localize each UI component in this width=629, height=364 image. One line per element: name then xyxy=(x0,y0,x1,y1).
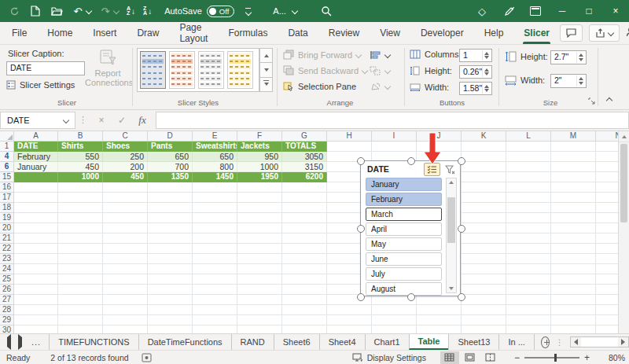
cell-G1[interactable]: TOTALS xyxy=(282,142,327,152)
gallery-down-icon[interactable] xyxy=(259,63,273,77)
cell-G23[interactable] xyxy=(282,254,327,264)
cell-F16[interactable] xyxy=(237,182,282,193)
cell-G4[interactable]: 3050 xyxy=(282,152,327,162)
sheet-tab-rand[interactable]: RAND xyxy=(231,334,274,350)
cell-M30[interactable] xyxy=(551,325,596,333)
undo-icon[interactable]: ↶ xyxy=(71,4,85,18)
display-settings-button[interactable]: Display Settings xyxy=(352,353,426,362)
cell-B25[interactable] xyxy=(58,274,103,285)
cell-L1[interactable] xyxy=(506,142,551,152)
cell-M4[interactable] xyxy=(551,152,596,162)
share-button[interactable] xyxy=(589,24,620,42)
cell-G18[interactable] xyxy=(282,203,327,213)
cell-A26[interactable] xyxy=(14,285,58,295)
scroll-right-icon[interactable] xyxy=(618,337,628,347)
slicer-resize-handle[interactable] xyxy=(357,225,365,233)
cell-L15[interactable] xyxy=(506,172,551,182)
sort-za-icon[interactable]: ZA↓ xyxy=(143,6,152,16)
close-button[interactable]: × xyxy=(602,0,629,22)
cell-B26[interactable] xyxy=(58,285,103,295)
cell-J28[interactable] xyxy=(417,305,462,315)
size-width-input[interactable]: 2" xyxy=(550,74,587,88)
column-header-H[interactable]: H xyxy=(327,131,372,142)
cell-C28[interactable] xyxy=(103,305,148,315)
cell-C18[interactable] xyxy=(103,203,148,213)
cell-G26[interactable] xyxy=(282,285,327,295)
button-width-input[interactable]: 1.58" xyxy=(459,82,492,95)
cell-B29[interactable] xyxy=(58,315,103,325)
cell-L22[interactable] xyxy=(506,244,551,254)
cell-F19[interactable] xyxy=(237,213,282,223)
document-title[interactable]: A... xyxy=(273,6,297,16)
cell-F28[interactable] xyxy=(237,305,282,315)
cancel-icon[interactable]: × xyxy=(93,113,110,127)
cell-K25[interactable] xyxy=(462,274,506,285)
cell-L29[interactable] xyxy=(506,315,551,325)
ribbon-display-options-icon[interactable] xyxy=(522,4,549,18)
cell-D17[interactable] xyxy=(148,193,193,203)
cell-G24[interactable] xyxy=(282,264,327,274)
cell-D19[interactable] xyxy=(148,213,193,223)
cell-M25[interactable] xyxy=(551,274,596,285)
cell-A20[interactable] xyxy=(14,223,58,233)
tab-formulas[interactable]: Formulas xyxy=(218,22,278,44)
cell-C25[interactable] xyxy=(103,274,148,285)
slicer-item-february[interactable]: February xyxy=(366,193,442,206)
cell-L6[interactable] xyxy=(506,162,551,172)
cell-F15[interactable]: 1950 xyxy=(237,172,282,182)
cell-E19[interactable] xyxy=(193,213,237,223)
cell-L19[interactable] xyxy=(506,213,551,223)
cell-C15[interactable]: 450 xyxy=(103,172,148,182)
column-header-E[interactable]: E xyxy=(193,131,237,142)
zoom-out-icon[interactable]: − xyxy=(509,352,524,363)
column-header-M[interactable]: M xyxy=(551,131,596,142)
cell-L4[interactable] xyxy=(506,152,551,162)
sheet-tab-in[interactable]: In ... xyxy=(498,334,534,350)
cell-C30[interactable] xyxy=(103,325,148,333)
add-sheet-icon[interactable] xyxy=(541,336,550,348)
cell-D22[interactable] xyxy=(148,244,193,254)
cell-D25[interactable] xyxy=(148,274,193,285)
cell-C29[interactable] xyxy=(103,315,148,325)
cell-M22[interactable] xyxy=(551,244,596,254)
cell-F29[interactable] xyxy=(237,315,282,325)
cell-G28[interactable] xyxy=(282,305,327,315)
row-header-28[interactable]: 28 xyxy=(0,305,14,315)
slicer-item-july[interactable]: July xyxy=(366,267,442,281)
cell-C4[interactable]: 250 xyxy=(103,152,148,162)
cell-B19[interactable] xyxy=(58,213,103,223)
cell-K4[interactable] xyxy=(462,152,506,162)
cell-B27[interactable] xyxy=(58,295,103,305)
slicer-style-gray[interactable] xyxy=(198,51,224,89)
cell-C1[interactable]: Shoes xyxy=(103,142,148,152)
cell-K26[interactable] xyxy=(462,285,506,295)
cell-F30[interactable] xyxy=(237,325,282,333)
cell-B30[interactable] xyxy=(58,325,103,333)
autosave-toggle[interactable]: AutoSave Off xyxy=(164,6,234,17)
cell-D29[interactable] xyxy=(148,315,193,325)
cell-K28[interactable] xyxy=(462,305,506,315)
cell-B21[interactable] xyxy=(58,233,103,244)
size-height-input[interactable]: 2.7" xyxy=(550,50,587,64)
cell-D21[interactable] xyxy=(148,233,193,244)
zoom-level[interactable]: 80% xyxy=(609,353,629,362)
cell-K21[interactable] xyxy=(462,233,506,244)
size-height-spinner[interactable] xyxy=(576,52,585,63)
cell-K1[interactable] xyxy=(462,142,506,152)
cell-B18[interactable] xyxy=(58,203,103,213)
cell-E25[interactable] xyxy=(193,274,237,285)
cell-C20[interactable] xyxy=(103,223,148,233)
cell-C24[interactable] xyxy=(103,264,148,274)
cell-K20[interactable] xyxy=(462,223,506,233)
cell-K15[interactable] xyxy=(462,172,506,182)
cell-F27[interactable] xyxy=(237,295,282,305)
cell-I28[interactable] xyxy=(372,305,417,315)
row-header-30[interactable]: 30 xyxy=(0,325,14,333)
row-header-1[interactable]: 1 xyxy=(0,142,14,152)
cell-A28[interactable] xyxy=(14,305,58,315)
group-objects-button[interactable] xyxy=(370,66,390,75)
row-header-25[interactable]: 25 xyxy=(0,274,14,285)
row-header-23[interactable]: 23 xyxy=(0,254,14,264)
formula-input[interactable] xyxy=(156,112,629,129)
column-header-I[interactable]: I xyxy=(372,131,417,142)
